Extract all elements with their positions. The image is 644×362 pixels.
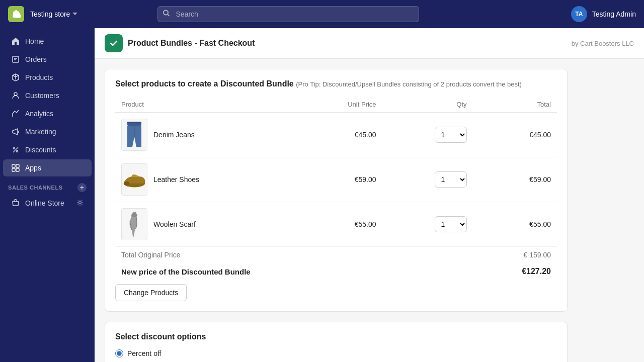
total-shoes: €59.00 (473, 157, 557, 202)
shopify-logo (8, 6, 24, 22)
topbar: Testing store TA Testing Admin (0, 0, 644, 28)
option-percent-off[interactable]: Percent off (115, 349, 557, 357)
product-cell-jeans: Denim Jeans (121, 119, 293, 151)
bundle-section-title: Select products to create a Discounted B… (115, 79, 557, 88)
page-header: Product Bundles - Fast Checkout by Cart … (95, 28, 644, 59)
discounts-icon (11, 145, 20, 154)
apps-icon (11, 163, 20, 172)
store-name-label: Testing store (30, 10, 70, 18)
content-area: Select products to create a Discounted B… (95, 59, 578, 362)
product-thumb-scarf (121, 208, 147, 240)
sidebar-label-analytics: Analytics (25, 110, 53, 118)
col-header-unit-price: Unit Price (299, 97, 382, 113)
sidebar-item-discounts[interactable]: Discounts (3, 141, 92, 158)
total-scarf: €55.00 (473, 202, 557, 247)
sidebar-item-online-store[interactable]: Online Store (3, 195, 92, 212)
new-price-row: New price of the Discounted Bundle €127.… (115, 263, 557, 280)
svg-rect-5 (12, 164, 15, 167)
unit-price-jeans: €45.00 (299, 113, 382, 157)
svg-point-15 (124, 182, 130, 186)
qty-select-shoes[interactable]: 123 (435, 171, 467, 188)
product-thumb-shoes (121, 163, 147, 196)
change-products-button[interactable]: Change Products (115, 284, 187, 301)
bundle-section-tip: (Pro Tip: Discounted/Upsell Bundles cons… (296, 80, 522, 88)
customers-icon (11, 91, 20, 100)
admin-avatar: TA (571, 6, 587, 22)
sidebar-item-home[interactable]: Home (3, 33, 92, 50)
online-store-settings-icon[interactable] (76, 199, 84, 208)
search-icon (163, 10, 171, 19)
marketing-icon (11, 127, 20, 136)
sidebar-label-online-store: Online Store (25, 199, 64, 207)
col-header-total: Total (473, 97, 557, 113)
main-content: Product Bundles - Fast Checkout by Cart … (95, 28, 644, 362)
table-row: Denim Jeans €45.00 123 €45.00 (115, 113, 557, 157)
new-price-value: €127.20 (473, 263, 557, 280)
new-price-label: New price of the Discounted Bundle (115, 263, 473, 280)
svg-rect-8 (16, 168, 19, 171)
sidebar-label-marketing: Marketing (25, 128, 56, 136)
home-icon (11, 37, 20, 46)
product-name-scarf: Woolen Scarf (153, 220, 196, 228)
discount-section: Select discount options Percent off Flat… (105, 322, 567, 362)
discount-card: Select discount options Percent off Flat… (105, 322, 568, 362)
sidebar-label-apps: Apps (25, 164, 41, 172)
svg-rect-1 (13, 56, 19, 62)
qty-select-scarf[interactable]: 123 (435, 216, 467, 232)
product-cell-scarf: Woolen Scarf (121, 208, 293, 240)
sidebar-item-products[interactable]: Products (3, 69, 92, 86)
products-section: Select products to create a Discounted B… (105, 69, 567, 311)
page-app-icon (105, 34, 123, 52)
sidebar-item-orders[interactable]: Orders (3, 51, 92, 68)
col-header-product: Product (115, 97, 299, 113)
discount-section-title: Select discount options (115, 332, 557, 341)
search-input[interactable] (157, 6, 419, 22)
product-name-jeans: Denim Jeans (153, 131, 195, 139)
svg-point-4 (17, 151, 18, 152)
sidebar-item-marketing[interactable]: Marketing (3, 123, 92, 140)
online-store-icon (11, 199, 20, 208)
layout: Home Orders Products Customers Analytics (0, 28, 644, 362)
total-jeans: €45.00 (473, 113, 557, 157)
product-cell-shoes: Leather Shoes (121, 163, 293, 196)
product-name-shoes: Leather Shoes (153, 175, 199, 184)
admin-name: Testing Admin (592, 10, 636, 18)
sidebar: Home Orders Products Customers Analytics (0, 28, 95, 362)
svg-point-2 (14, 93, 17, 96)
sidebar-item-analytics[interactable]: Analytics (3, 105, 92, 122)
sidebar-label-orders: Orders (25, 55, 47, 63)
sidebar-label-products: Products (25, 73, 53, 81)
page-header-left: Product Bundles - Fast Checkout (105, 34, 255, 52)
radio-percent-off[interactable] (115, 349, 123, 357)
product-thumb-jeans (121, 119, 147, 151)
search-bar (157, 6, 419, 22)
sales-channels-label: SALES CHANNELS + (0, 177, 95, 194)
qty-select-jeans[interactable]: 123 (435, 127, 467, 143)
sidebar-label-discounts: Discounts (25, 146, 56, 154)
sidebar-item-customers[interactable]: Customers (3, 87, 92, 104)
svg-rect-6 (16, 164, 19, 167)
products-table: Product Unit Price Qty Total (115, 97, 557, 280)
total-original-value: € 159.00 (473, 247, 557, 263)
store-selector[interactable]: Testing store (30, 10, 78, 18)
col-header-qty: Qty (382, 97, 473, 113)
svg-point-16 (131, 213, 137, 217)
add-sales-channel-button[interactable]: + (77, 183, 87, 192)
sidebar-label-customers: Customers (25, 92, 59, 100)
topbar-right: TA Testing Admin (571, 6, 636, 22)
label-percent-off: Percent off (127, 349, 161, 357)
orders-icon (11, 55, 20, 64)
sidebar-item-apps[interactable]: Apps (3, 159, 92, 176)
page-title: Product Bundles - Fast Checkout (128, 39, 255, 48)
svg-rect-13 (127, 122, 141, 123)
svg-point-0 (164, 11, 168, 15)
unit-price-shoes: €59.00 (299, 157, 382, 202)
table-row: Leather Shoes €59.00 123 €59.00 (115, 157, 557, 202)
svg-point-3 (14, 148, 15, 149)
svg-point-9 (79, 201, 82, 204)
table-row: Woolen Scarf €55.00 123 €55.00 (115, 202, 557, 247)
total-original-label: Total Original Price (115, 247, 473, 263)
sidebar-label-home: Home (25, 37, 44, 45)
svg-rect-11 (108, 38, 119, 49)
discount-options-group: Percent off Flat amount off (115, 349, 557, 362)
